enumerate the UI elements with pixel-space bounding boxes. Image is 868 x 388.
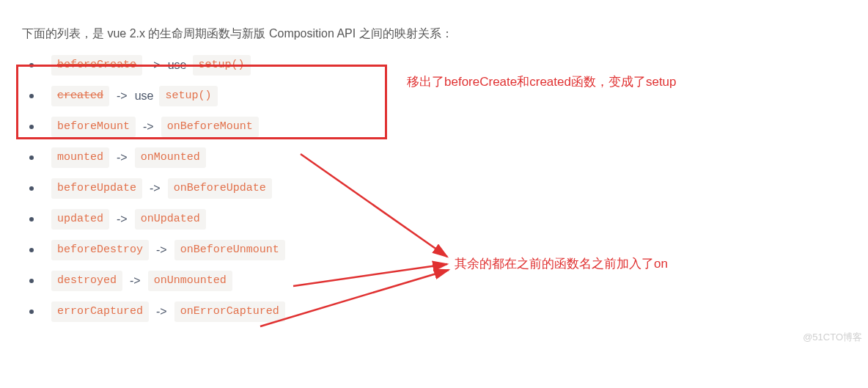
list-item: beforeDestroy -> onBeforeUnmount — [22, 240, 846, 260]
lifecycle-mapping-list: beforeCreate -> use setup() created -> u… — [22, 55, 846, 322]
list-item: mounted -> onMounted — [22, 147, 846, 168]
old-hook: destroyed — [51, 271, 122, 291]
new-hook: onMounted — [135, 147, 206, 168]
new-hook: onUpdated — [135, 209, 206, 230]
old-hook: created — [51, 86, 109, 106]
old-hook: updated — [51, 209, 109, 230]
old-hook: mounted — [51, 147, 109, 168]
list-item: beforeMount -> onBeforeMount — [22, 117, 846, 137]
old-hook: beforeMount — [51, 117, 136, 137]
annotation-mid: 其余的都在之前的函数名之前加入了on — [455, 255, 668, 272]
watermark: @51CTO博客 — [803, 331, 862, 344]
new-hook: setup() — [193, 55, 251, 76]
arrow-text: -> — [117, 87, 128, 106]
new-hook: onBeforeMount — [161, 117, 259, 137]
new-hook: onBeforeUpdate — [168, 178, 272, 199]
use-text: use — [135, 87, 154, 106]
arrow-text: -> — [117, 210, 128, 229]
arrow-text: -> — [150, 56, 161, 75]
old-hook: beforeDestroy — [51, 240, 149, 260]
new-hook: onErrorCaptured — [174, 301, 285, 322]
list-item: destroyed -> onUnmounted — [22, 271, 846, 291]
arrow-text: -> — [143, 117, 154, 136]
list-item: updated -> onUpdated — [22, 209, 846, 230]
old-hook: errorCaptured — [51, 301, 149, 322]
list-item: errorCaptured -> onErrorCaptured — [22, 301, 846, 322]
arrow-text: -> — [156, 302, 167, 321]
arrow-text: -> — [130, 271, 141, 290]
arrow-text: -> — [150, 179, 161, 198]
new-hook: onBeforeUnmount — [174, 240, 285, 260]
old-hook: beforeUpdate — [51, 178, 142, 199]
annotation-top: 移出了beforeCreate和created函数，变成了setup — [407, 73, 677, 90]
intro-text: 下面的列表，是 vue 2.x 的生命周期函数与新版 Composition A… — [22, 26, 846, 42]
arrow-text: -> — [156, 241, 167, 260]
use-text: use — [168, 56, 187, 75]
new-hook: setup() — [159, 86, 217, 106]
list-item: beforeCreate -> use setup() — [22, 55, 846, 76]
old-hook: beforeCreate — [51, 55, 142, 76]
new-hook: onUnmounted — [148, 271, 232, 291]
list-item: beforeUpdate -> onBeforeUpdate — [22, 178, 846, 199]
arrow-text: -> — [117, 148, 128, 167]
